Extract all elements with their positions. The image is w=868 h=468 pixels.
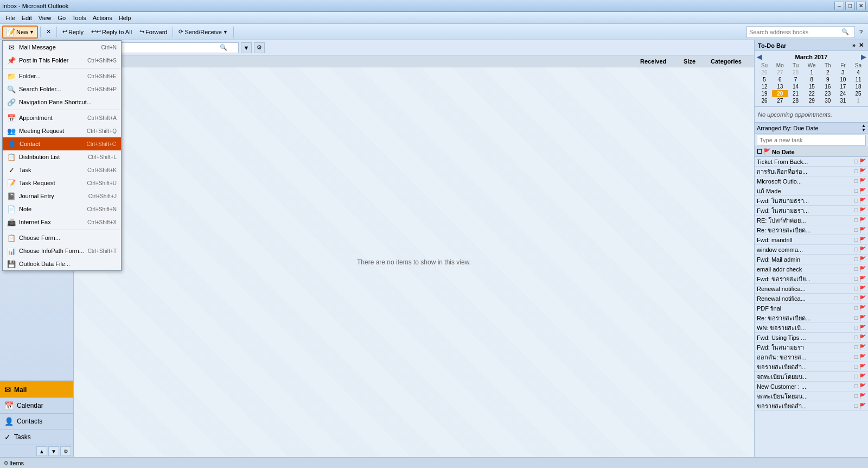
task-checkbox[interactable]: ☐ (854, 335, 858, 340)
menu-item-choose-infopath[interactable]: 📊 Choose InfoPath Form... Ctrl+Shift+T (3, 244, 121, 257)
task-item[interactable]: ออกตัน: ขอรายส... ☐ 🚩 (755, 352, 868, 362)
cal-day[interactable]: 28 (788, 69, 803, 76)
cal-day[interactable]: 26 (757, 97, 772, 104)
task-checkbox[interactable]: ☐ (854, 374, 858, 380)
task-item[interactable]: แก้ Made ☐ 🚩 (755, 186, 868, 196)
task-checkbox[interactable]: ☐ (854, 394, 858, 399)
cal-day[interactable]: 27 (772, 69, 788, 76)
task-flag[interactable]: 🚩 (859, 246, 866, 252)
delete-button[interactable]: ✕ (43, 26, 54, 39)
cal-day[interactable]: 3 (835, 69, 851, 76)
task-checkbox[interactable]: ☐ (854, 237, 858, 243)
cal-day[interactable]: 12 (757, 83, 772, 90)
task-checkbox[interactable]: ☐ (854, 403, 858, 409)
cal-day[interactable]: 13 (772, 83, 788, 90)
arranged-scroll-down[interactable]: ▼ (861, 128, 866, 132)
task-item[interactable]: WN: ขอรายสะเบี... ☐ 🚩 (755, 323, 868, 333)
task-item[interactable]: RE: โปสก์ทำค่อย... ☐ 🚩 (755, 216, 868, 225)
cal-day[interactable]: 22 (803, 90, 820, 97)
nav-calendar[interactable]: 📅 Calendar (0, 397, 73, 413)
cal-day[interactable]: 19 (757, 90, 772, 97)
task-flag[interactable]: 🚩 (859, 305, 866, 311)
help-button[interactable]: ? (856, 26, 866, 39)
menu-item-task[interactable]: ✓ Task Ctrl+Shift+K (3, 163, 121, 176)
menu-go[interactable]: Go (54, 14, 69, 22)
cal-day[interactable]: 8 (803, 76, 820, 83)
cal-day[interactable]: 31 (835, 97, 851, 104)
maximize-button[interactable]: □ (845, 2, 855, 10)
task-checkbox[interactable]: ☐ (854, 306, 858, 311)
menu-item-internet-fax[interactable]: 📠 Internet Fax Ctrl+Shift+X (3, 216, 121, 229)
task-checkbox[interactable]: ☐ (854, 218, 858, 223)
task-checkbox[interactable]: ☐ (854, 286, 858, 292)
task-flag[interactable]: 🚩 (859, 403, 866, 409)
task-checkbox[interactable]: ☐ (854, 364, 858, 370)
menu-item-post-in-folder[interactable]: 📌 Post in This Folder Ctrl+Shift+S (3, 54, 121, 67)
task-flag[interactable]: 🚩 (859, 334, 866, 340)
new-button[interactable]: 📝 New ▼ (2, 26, 38, 39)
menu-item-appointment[interactable]: 📅 Appointment Ctrl+Shift+A (3, 111, 121, 124)
cal-day[interactable]: 20 (772, 90, 788, 97)
address-search-input[interactable] (749, 29, 841, 35)
menu-item-distribution-list[interactable]: 📋 Distribution List Ctrl+Shift+L (3, 150, 121, 163)
col-categories[interactable]: Categories (709, 58, 752, 65)
task-item[interactable]: Fwd: ในสนามธรา... ☐ 🚩 (755, 196, 868, 206)
reply-all-button[interactable]: ↩↩ Reply to All (88, 26, 135, 39)
task-flag[interactable]: 🚩 (859, 237, 866, 243)
close-button[interactable]: ✕ (856, 2, 866, 10)
todo-close-btn[interactable]: ✕ (858, 42, 865, 49)
task-item[interactable]: Renewal notifica... ☐ 🚩 (755, 284, 868, 294)
task-item[interactable]: จดทะเบียนโดยมน... ☐ 🚩 (755, 372, 868, 382)
menu-item-outlook-data-file[interactable]: 💾 Outlook Data File... (3, 257, 121, 270)
task-flag[interactable]: 🚩 (859, 354, 866, 360)
task-flag[interactable]: 🚩 (859, 168, 866, 174)
task-flag[interactable]: 🚩 (859, 276, 866, 282)
cal-day[interactable]: 30 (820, 97, 835, 104)
task-checkbox[interactable]: ☐ (854, 169, 858, 174)
task-item[interactable]: Fwd: mandrill ☐ 🚩 (755, 235, 868, 245)
task-item[interactable]: window comma... ☐ 🚩 (755, 245, 868, 255)
cal-day[interactable]: 21 (788, 90, 803, 97)
cal-day[interactable]: 2 (820, 69, 835, 76)
cal-day[interactable]: 6 (772, 76, 788, 83)
nav-contacts[interactable]: 👤 Contacts (0, 413, 73, 429)
task-checkbox[interactable]: ☐ (854, 257, 858, 262)
cal-day[interactable]: 27 (772, 97, 788, 104)
cal-day[interactable]: 10 (835, 76, 851, 83)
cal-day[interactable]: 11 (851, 76, 866, 83)
task-checkbox[interactable]: ☐ (854, 355, 858, 360)
menu-file[interactable]: File (2, 14, 18, 22)
task-flag[interactable]: 🚩 (859, 217, 866, 223)
task-item[interactable]: Microsoft Outlo... ☐ 🚩 (755, 176, 868, 186)
task-flag[interactable]: 🚩 (859, 393, 866, 399)
task-flag[interactable]: 🚩 (859, 159, 866, 165)
task-checkbox[interactable]: ☐ (854, 267, 858, 272)
task-checkbox[interactable]: ☐ (854, 296, 858, 301)
task-checkbox[interactable]: ☐ (854, 208, 858, 213)
cal-day[interactable]: 1 (803, 69, 820, 76)
task-item[interactable]: Fwd: ในสนามธรา ☐ 🚩 (755, 343, 868, 352)
task-item[interactable]: Renewal notifica... ☐ 🚩 (755, 294, 868, 303)
task-flag[interactable]: 🚩 (859, 286, 866, 292)
cal-day[interactable]: 23 (820, 90, 835, 97)
task-item[interactable]: Fwd: Mail admin ☐ 🚩 (755, 255, 868, 264)
col-received[interactable]: Received (638, 58, 681, 65)
menu-item-folder[interactable]: 📁 Folder... Ctrl+Shift+E (3, 69, 121, 83)
minimize-button[interactable]: – (834, 2, 844, 10)
task-item[interactable]: Ticket From Back... ☐ 🚩 (755, 157, 868, 167)
cal-prev[interactable]: ◀ (757, 53, 762, 61)
cal-day[interactable]: 18 (851, 83, 866, 90)
task-item[interactable]: PDF final ☐ 🚩 (755, 303, 868, 313)
cal-day[interactable]: 17 (835, 83, 851, 90)
new-dropdown-arrow[interactable]: ▼ (29, 29, 34, 35)
task-flag[interactable]: 🚩 (859, 188, 866, 194)
menu-actions[interactable]: Actions (90, 14, 116, 22)
inbox-search-dropdown[interactable]: ▼ (241, 42, 252, 53)
send-receive-button[interactable]: ⟳ Send/Receive ▼ (175, 26, 231, 39)
cal-day[interactable]: 14 (788, 83, 803, 90)
col-subject[interactable]: Subject (76, 58, 638, 65)
task-item[interactable]: จดทะเบียนโดยมน... ☐ 🚩 (755, 391, 868, 401)
new-task-field[interactable] (757, 135, 866, 146)
task-checkbox[interactable]: ☐ (854, 384, 858, 389)
reply-button[interactable]: ↩ Reply (59, 26, 87, 39)
